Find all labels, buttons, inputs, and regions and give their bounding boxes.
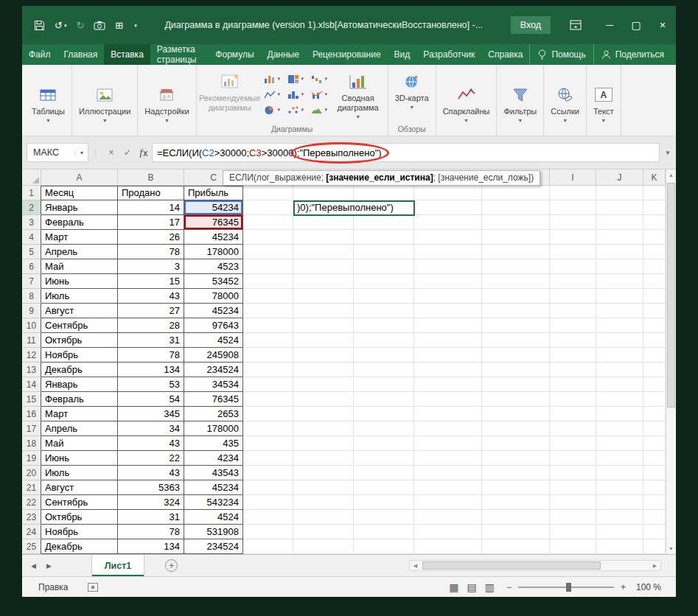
empty-cell[interactable] [354,230,414,245]
insert-combo-chart-button[interactable]: ▾ [308,87,331,102]
ribbon-display-options-button[interactable] [570,20,582,30]
cell-a[interactable]: Апрель [41,421,118,436]
empty-cell[interactable] [596,333,643,348]
empty-cell[interactable] [243,392,293,407]
empty-cell[interactable] [293,363,354,377]
empty-cell[interactable] [596,525,643,539]
row-number-cell[interactable]: 2 [22,200,41,215]
cell-a[interactable]: Октябрь [41,510,118,525]
empty-cell[interactable] [550,304,596,318]
new-sheet-button[interactable]: + [165,559,178,572]
empty-cell[interactable] [414,200,482,215]
empty-cell[interactable] [354,480,414,495]
cell-a[interactable]: Апрель [41,245,118,259]
empty-cell[interactable] [243,304,293,318]
cell-a[interactable]: Ноябрь [41,348,118,363]
empty-cell[interactable] [550,451,596,466]
row-number-cell[interactable]: 4 [22,230,41,245]
empty-cell[interactable] [482,421,550,436]
normal-view-button[interactable]: ▦ [449,581,458,593]
insert-function-button[interactable]: fx [136,143,152,162]
cell-a[interactable]: Июль [41,466,118,480]
cell-b[interactable]: 43 [118,466,184,480]
empty-cell[interactable] [482,200,550,215]
cell-c[interactable]: 178000 [184,245,243,259]
empty-cell[interactable] [354,466,414,480]
empty-cell[interactable] [243,377,293,392]
empty-cell[interactable] [482,466,550,480]
name-box-dropdown-icon[interactable]: ▼ [75,150,88,155]
empty-cell[interactable] [596,363,643,377]
empty-cell[interactable] [293,304,354,318]
empty-cell[interactable] [643,304,666,318]
empty-cell[interactable] [596,274,643,289]
empty-cell[interactable] [293,525,354,539]
help-button[interactable]: Помощь [529,44,593,65]
empty-cell[interactable] [243,186,293,200]
cell-c[interactable]: 45234 [184,230,243,245]
zoom-slider-track[interactable] [518,587,614,588]
cell-a[interactable]: Май [41,259,118,274]
empty-cell[interactable] [293,392,354,407]
empty-cell[interactable] [293,495,354,510]
ribbon-tab[interactable]: Формулы [209,44,260,65]
cell-b[interactable]: 31 [118,333,184,348]
empty-cell[interactable] [596,186,643,200]
empty-cell[interactable] [643,392,666,407]
empty-cell[interactable] [550,495,596,510]
empty-cell[interactable] [414,186,482,200]
sparklines-button[interactable]: Спарклайны ▼ [439,80,495,123]
empty-cell[interactable] [482,392,550,407]
insert-waterfall-chart-button[interactable]: ▾ [308,71,331,86]
empty-cell[interactable] [482,230,550,245]
empty-cell[interactable] [243,200,293,215]
sign-in-button[interactable]: Вход [511,16,551,34]
page-layout-view-button[interactable]: ▤ [467,581,476,593]
cell-b[interactable]: 134 [118,539,184,554]
empty-cell[interactable] [354,421,414,436]
ribbon-tab[interactable]: Справка [481,44,529,65]
empty-cell[interactable] [596,245,643,259]
empty-cell[interactable] [293,289,354,304]
empty-cell[interactable] [643,200,666,215]
empty-cell[interactable] [550,392,596,407]
empty-cell[interactable] [414,274,482,289]
cell-b[interactable]: 34 [118,421,184,436]
empty-cell[interactable] [596,289,643,304]
undo-dropdown-icon[interactable]: ▾ [64,23,67,28]
select-all-corner[interactable] [22,169,41,186]
empty-cell[interactable] [243,466,293,480]
row-number-cell[interactable]: 16 [22,407,41,421]
empty-cell[interactable] [293,466,354,480]
empty-cell[interactable] [414,407,482,421]
empty-cell[interactable] [596,259,643,274]
empty-cell[interactable] [596,200,643,215]
empty-cell[interactable] [354,318,414,333]
empty-cell[interactable] [414,318,482,333]
cell-c[interactable]: Прибыль [184,186,243,200]
insert-statistic-chart-button[interactable]: ▾ [285,87,307,102]
horizontal-scrollbar[interactable]: ◀ ▶ [409,560,661,571]
empty-cell[interactable] [414,480,482,495]
cell-c[interactable]: 34534 [184,377,243,392]
empty-cell[interactable] [643,348,666,363]
insert-hierarchy-chart-button[interactable]: ▾ [285,71,307,86]
empty-cell[interactable] [243,333,293,348]
empty-cell[interactable] [550,333,596,348]
empty-cell[interactable] [243,363,293,377]
cell-a[interactable]: Февраль [41,215,118,230]
insert-surface-chart-button[interactable]: ▾ [308,102,331,117]
cell-c[interactable]: 543234 [184,495,243,510]
empty-cell[interactable] [354,539,414,554]
empty-cell[interactable] [596,407,643,421]
empty-cell[interactable] [596,451,643,466]
empty-cell[interactable] [293,348,354,363]
empty-cell[interactable] [354,495,414,510]
empty-cell[interactable] [243,215,293,230]
empty-cell[interactable] [293,421,354,436]
empty-cell[interactable] [354,377,414,392]
empty-cell[interactable] [482,289,550,304]
empty-cell[interactable] [550,466,596,480]
empty-cell[interactable] [414,230,482,245]
cell-a[interactable]: Июнь [41,451,118,466]
